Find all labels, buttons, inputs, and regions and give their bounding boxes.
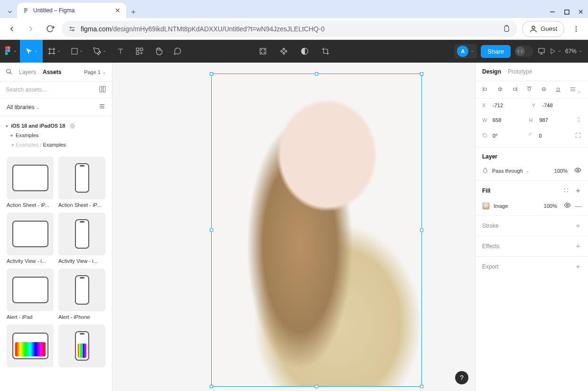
- asset-search-input[interactable]: [6, 86, 95, 93]
- comment-tool[interactable]: [168, 40, 187, 63]
- resize-handle-br[interactable]: [420, 385, 423, 388]
- browser-tab[interactable]: Untitled – Figma ✕: [17, 3, 126, 18]
- new-tab-button[interactable]: ＋: [127, 6, 140, 18]
- boolean-tool[interactable]: [295, 40, 314, 63]
- align-left-icon[interactable]: [482, 86, 489, 93]
- blend-mode-icon[interactable]: [482, 167, 488, 174]
- height-input[interactable]: H987: [529, 117, 576, 123]
- search-icon[interactable]: [6, 68, 12, 76]
- blend-mode-select[interactable]: Pass through⌄: [492, 168, 551, 174]
- asset-card[interactable]: Action Sheet - iP...: [58, 157, 105, 208]
- align-bottom-icon[interactable]: [555, 86, 561, 93]
- tab-prototype[interactable]: Prototype: [508, 68, 532, 75]
- fill-opacity-input[interactable]: 100%: [544, 203, 557, 209]
- assets-breadcrumb: ▾ Examples / Examples: [6, 140, 106, 152]
- tab-close-icon[interactable]: ✕: [115, 7, 121, 14]
- tree-root[interactable]: ▾iOS 18 and iPadOS 18: [6, 121, 106, 130]
- x-input[interactable]: X-712: [482, 102, 532, 108]
- selected-image-layer[interactable]: [211, 74, 422, 387]
- svg-point-3: [26, 9, 28, 11]
- align-hcenter-icon[interactable]: [497, 86, 504, 93]
- window-minimize-button[interactable]: [546, 6, 559, 18]
- address-bar[interactable]: figma.com/design/mHy69ikdLNTMt8pKdADXXU/…: [62, 21, 517, 37]
- back-button[interactable]: [5, 22, 19, 36]
- asset-card[interactable]: [58, 325, 105, 367]
- tab-search-button[interactable]: [4, 6, 16, 18]
- forward-button[interactable]: [24, 22, 38, 36]
- add-fill-button[interactable]: ＋: [575, 186, 581, 195]
- figma-menu-button[interactable]: [1, 40, 20, 63]
- svg-point-66: [567, 191, 568, 192]
- browser-menu-button[interactable]: [569, 22, 583, 36]
- hand-tool[interactable]: [149, 40, 168, 63]
- resize-handle-t[interactable]: [315, 72, 318, 75]
- fill-swatch[interactable]: [482, 202, 490, 210]
- width-input[interactable]: W658: [482, 117, 529, 123]
- fill-visibility-icon[interactable]: [564, 202, 571, 210]
- add-stroke-button[interactable]: ＋: [575, 222, 581, 230]
- resize-handle-tl[interactable]: [210, 72, 213, 75]
- text-tool[interactable]: [111, 40, 130, 63]
- move-tool[interactable]: [20, 40, 43, 63]
- asset-card[interactable]: Activity View - i...: [7, 213, 54, 264]
- resources-tool[interactable]: [130, 40, 149, 63]
- corner-radius-input[interactable]: 0: [529, 132, 575, 139]
- present-button[interactable]: [537, 40, 546, 63]
- window-maximize-button[interactable]: [560, 6, 573, 18]
- clipboard-icon[interactable]: [503, 25, 511, 33]
- resize-handle-bl[interactable]: [210, 385, 213, 388]
- align-right-icon[interactable]: [511, 86, 518, 93]
- figma-toolbar: A Share 67%: [0, 40, 588, 63]
- y-input[interactable]: Y-748: [532, 102, 582, 108]
- library-filter[interactable]: All libraries ⌄: [7, 104, 40, 111]
- independent-corners-icon[interactable]: [575, 132, 581, 140]
- add-effect-button[interactable]: ＋: [575, 242, 581, 251]
- align-top-icon[interactable]: [526, 86, 532, 93]
- canvas[interactable]: ?: [112, 63, 475, 391]
- tab-layers[interactable]: Layers: [19, 69, 36, 75]
- resize-handle-l[interactable]: [210, 229, 213, 232]
- tree-child[interactable]: ▾Examples: [6, 130, 106, 140]
- browser-tab-strip: Untitled – Figma ✕ ＋ ✕: [0, 0, 588, 18]
- component-tool[interactable]: [253, 40, 272, 63]
- remove-fill-button[interactable]: —: [575, 202, 581, 210]
- distribute-icon[interactable]: ⌄: [569, 86, 581, 93]
- visibility-toggle-icon[interactable]: [574, 167, 581, 175]
- play-prototype-button[interactable]: [550, 40, 561, 63]
- mask-tool[interactable]: [274, 40, 293, 63]
- reload-button[interactable]: [43, 22, 57, 36]
- resize-handle-tr[interactable]: [420, 72, 423, 75]
- avatar-initial: A: [457, 46, 468, 57]
- help-button[interactable]: ?: [455, 371, 468, 384]
- frame-tool[interactable]: [43, 40, 65, 63]
- constrain-proportions-icon[interactable]: [576, 116, 581, 124]
- layer-opacity-input[interactable]: 100%: [554, 168, 568, 174]
- asset-card[interactable]: [7, 325, 54, 367]
- add-export-button[interactable]: ＋: [575, 262, 581, 271]
- zoom-control[interactable]: 67%: [565, 48, 582, 55]
- asset-card[interactable]: Alert - iPhone: [58, 269, 105, 320]
- pen-tool[interactable]: [88, 40, 111, 63]
- asset-card[interactable]: Alert - iPad: [7, 269, 54, 320]
- list-view-toggle-icon[interactable]: [99, 103, 105, 111]
- tab-design[interactable]: Design: [482, 68, 501, 75]
- window-close-button[interactable]: ✕: [575, 6, 587, 18]
- fill-style-icon[interactable]: [563, 187, 569, 195]
- shape-tool[interactable]: [65, 40, 88, 63]
- share-button[interactable]: Share: [481, 45, 511, 58]
- tab-assets[interactable]: Assets: [43, 69, 61, 75]
- crop-tool[interactable]: [316, 40, 335, 63]
- library-book-icon[interactable]: [99, 85, 106, 94]
- site-info-icon[interactable]: [68, 25, 76, 33]
- fill-type-label[interactable]: Image: [494, 203, 508, 209]
- align-vcenter-icon[interactable]: [541, 86, 547, 93]
- rotation-input[interactable]: 0°: [482, 132, 529, 139]
- resize-handle-r[interactable]: [420, 229, 423, 232]
- dev-mode-toggle[interactable]: [514, 46, 533, 57]
- multiplayer-avatar[interactable]: A: [454, 44, 477, 58]
- resize-handle-b[interactable]: [315, 385, 318, 388]
- profile-button[interactable]: Guest: [522, 21, 564, 37]
- asset-card[interactable]: Action Sheet - iP...: [7, 157, 54, 208]
- asset-card[interactable]: Activity View - i...: [58, 213, 105, 264]
- page-selector[interactable]: Page 1⌄: [84, 69, 106, 75]
